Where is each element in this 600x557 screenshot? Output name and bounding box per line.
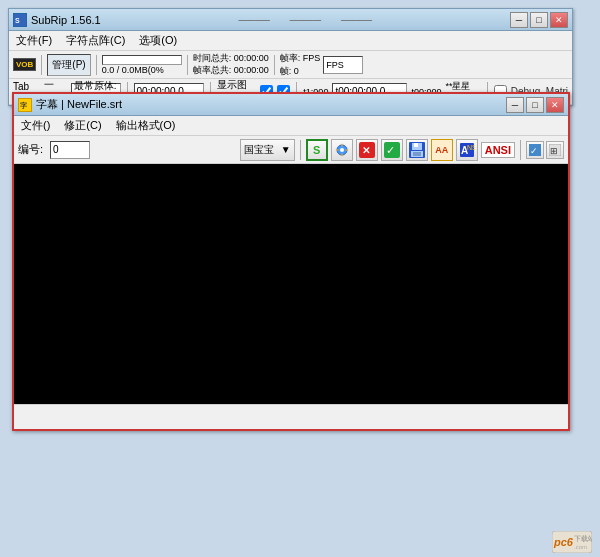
manage-btn[interactable]: 管理(P) [47, 54, 90, 76]
title-extra-1: ──── [239, 14, 270, 26]
apply-icon-btn[interactable]: ✓ [381, 139, 403, 161]
ansi-label: ANSI [481, 142, 515, 158]
encoding-dropdown[interactable]: 国宝宝 ▼ [240, 139, 295, 161]
sub-menu-output[interactable]: 输出格式(O) [113, 117, 179, 134]
svg-text:.com: .com [574, 544, 587, 550]
main-minimize-btn[interactable]: ─ [510, 12, 528, 28]
num-label: 编号: [18, 142, 43, 157]
sep-4 [274, 55, 275, 75]
sub-menu-file[interactable]: 文件() [18, 117, 53, 134]
menu-options[interactable]: 选项(O) [136, 32, 180, 49]
s-icon-btn[interactable]: S [306, 139, 328, 161]
progress-bar [102, 55, 182, 65]
sub-sep-1 [300, 140, 301, 160]
s-icon: S [313, 144, 320, 156]
svg-text:✓: ✓ [530, 146, 538, 156]
bookmark-icon-btn[interactable]: A NSI [456, 139, 478, 161]
sub-win-buttons: ─ □ ✕ [506, 97, 564, 113]
check-btn-1[interactable]: ✓ [526, 141, 544, 159]
title-extra-2: ──── [290, 14, 321, 26]
svg-text:pc6: pc6 [553, 536, 574, 548]
fps-input[interactable]: FPS [323, 56, 363, 74]
dropdown-arrow: ▼ [281, 144, 291, 155]
sub-restore-btn[interactable]: □ [526, 97, 544, 113]
menu-charset[interactable]: 字符点阵(C) [63, 32, 128, 49]
progress-area: 0.0 / 0.0MB(0% [102, 55, 182, 75]
save-icon-btn[interactable] [406, 139, 428, 161]
main-close-btn[interactable]: ✕ [550, 12, 568, 28]
sub-title-text: 字幕 | NewFile.srt [36, 97, 122, 112]
sep-1 [41, 55, 42, 75]
main-restore-btn[interactable]: □ [530, 12, 548, 28]
svg-text:字: 字 [20, 101, 28, 109]
aa-icon-btn[interactable]: AA [431, 139, 453, 161]
sep-2 [96, 55, 97, 75]
sub-title-left: 字 字幕 | NewFile.srt [18, 97, 122, 112]
svg-text:NSI: NSI [467, 144, 475, 151]
sub-menu-correct[interactable]: 修正(C) [61, 117, 104, 134]
main-win-buttons: ─ □ ✕ [510, 12, 568, 28]
vob-icon: VOB [13, 58, 36, 71]
svg-text:✓: ✓ [386, 144, 395, 156]
sub-bottom-strip [14, 404, 568, 429]
main-menu-bar: 文件(F) 字符点阵(C) 选项(O) [9, 31, 572, 51]
settings-icon-btn[interactable] [331, 139, 353, 161]
svg-text:下载站: 下载站 [574, 535, 592, 542]
title-bar-left: S SubRip 1.56.1 [13, 13, 101, 27]
time-display: 时间总共: 00:00:00 帧率总共: 00:00:00 [193, 53, 269, 76]
subtitle-window: 字 字幕 | NewFile.srt ─ □ ✕ 文件() 修正(C) 输出格式… [12, 92, 570, 431]
sub-menu-bar: 文件() 修正(C) 输出格式(O) [14, 116, 568, 136]
svg-text:⊞: ⊞ [550, 146, 558, 156]
sub-toolbar: 编号: 0 国宝宝 ▼ S [14, 136, 568, 164]
sub-title-bar: 字 字幕 | NewFile.srt ─ □ ✕ [14, 94, 568, 116]
svg-rect-16 [414, 143, 418, 147]
num-value: 0 [50, 141, 90, 159]
title-extra-3: ──── [341, 14, 372, 26]
toolbar-row-1: VOB 管理(P) 0.0 / 0.0MB(0% 时间总共: 00:00:00 … [9, 51, 572, 79]
aa-icon: AA [435, 145, 448, 155]
sep-3 [187, 55, 188, 75]
sub-close-btn[interactable]: ✕ [546, 97, 564, 113]
check-btn-2[interactable]: ⊞ [546, 141, 564, 159]
svg-rect-18 [413, 152, 421, 156]
sub-app-icon: 字 [18, 98, 32, 112]
check-icons-group: ✓ ⊞ [526, 141, 564, 159]
svg-text:S: S [15, 17, 20, 24]
main-title-text: SubRip 1.56.1 [31, 14, 101, 26]
watermark: pc6 下载站 .com [552, 531, 592, 553]
sub-minimize-btn[interactable]: ─ [506, 97, 524, 113]
app-icon: S [13, 13, 27, 27]
clear-icon-btn[interactable]: ✕ [356, 139, 378, 161]
main-title-bar: S SubRip 1.56.1 ──── ──── ──── ─ □ ✕ [9, 9, 572, 31]
svg-point-5 [340, 148, 344, 152]
menu-file[interactable]: 文件(F) [13, 32, 55, 49]
progress-text: 0.0 / 0.0MB(0% [102, 65, 182, 75]
svg-text:✕: ✕ [362, 145, 370, 156]
fps-area: 帧率: FPS 帧: 0 [280, 52, 321, 78]
subtitle-edit-area[interactable] [14, 164, 568, 404]
sub-sep-2 [520, 140, 521, 160]
